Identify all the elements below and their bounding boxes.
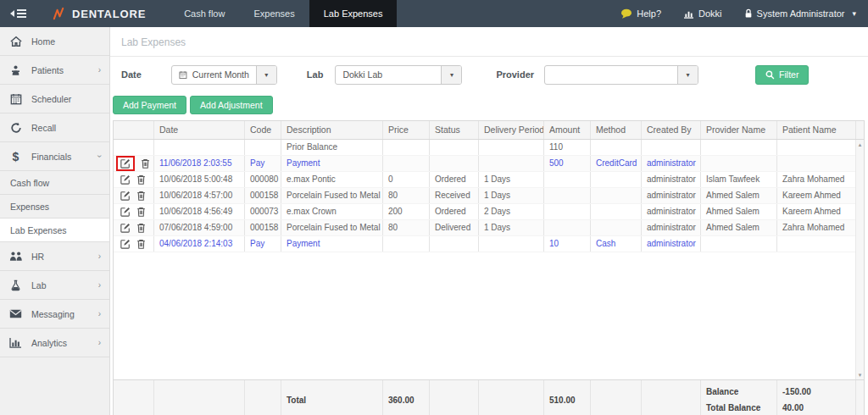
chevron-right-icon: › <box>98 65 101 75</box>
filter-button[interactable]: Filter <box>755 65 809 85</box>
cell-created-by: administrator <box>641 188 700 203</box>
combo-arrow-icon[interactable]: ▾ <box>677 66 698 84</box>
delete-icon[interactable] <box>136 191 146 201</box>
column-header-description[interactable]: Description <box>281 121 382 139</box>
edit-icon[interactable] <box>120 158 131 169</box>
delete-icon[interactable] <box>136 223 146 233</box>
cell-code: Pay <box>244 156 281 171</box>
column-header-method[interactable]: Method <box>590 121 641 139</box>
topbar-right: Help? Dokki System Administrator ▾ <box>598 8 856 19</box>
sidebar: Home Patients › Scheduler Recall $ Finan… <box>0 27 110 415</box>
vertical-scrollbar[interactable]: ▴ ▾ <box>855 140 864 379</box>
cell-created-by: administrator <box>641 220 700 235</box>
cell-date: 10/06/2018 4:56:49 <box>153 204 244 219</box>
combo-arrow-icon[interactable]: ▾ <box>441 66 461 84</box>
sidebar-label: Lab Expenses <box>10 225 67 235</box>
cell-method <box>590 172 641 187</box>
scroll-down-icon[interactable]: ▾ <box>859 372 862 378</box>
delete-icon[interactable] <box>136 207 146 217</box>
cell-patient: Kareem Ahmed <box>776 188 855 203</box>
cell-description: Porcelain Fused to Metal ... <box>281 188 382 203</box>
provider-filter-dropdown[interactable]: ▾ <box>544 65 698 85</box>
column-header-code[interactable]: Code <box>244 121 281 139</box>
cell-method <box>590 204 641 219</box>
cell-method <box>590 140 641 155</box>
sidebar-label: Scheduler <box>31 94 71 104</box>
page-title: Lab Expenses <box>110 27 868 57</box>
cell-date: 11/06/2018 2:03:55 <box>153 156 244 171</box>
sidebar-item-hr[interactable]: HR › <box>0 242 109 271</box>
column-header-provider-name[interactable]: Provider Name <box>700 121 776 139</box>
sidebar-item-home[interactable]: Home <box>0 27 109 56</box>
sidebar-item-financials[interactable]: $ Financials › <box>0 142 109 171</box>
edit-icon[interactable] <box>120 223 131 233</box>
column-header-status[interactable]: Status <box>429 121 478 139</box>
tab-expenses[interactable]: Expenses <box>239 0 309 27</box>
envelope-icon <box>8 309 23 318</box>
date-filter-dropdown[interactable]: Current Month ▾ <box>171 65 277 85</box>
user-menu[interactable]: System Administrator ▾ <box>744 8 856 19</box>
cell-provider: Ahmed Salem <box>700 188 776 203</box>
sidebar-item-messaging[interactable]: Messaging › <box>0 300 109 329</box>
cell-date: 07/06/2018 4:59:00 <box>153 220 244 235</box>
edit-icon[interactable] <box>120 174 131 185</box>
cell-code: 000073 <box>244 204 281 219</box>
column-header-amount[interactable]: Amount <box>543 121 590 139</box>
chevron-right-icon: › <box>98 252 101 261</box>
edit-icon[interactable] <box>120 239 131 249</box>
sidebar-item-expenses[interactable]: Expenses <box>0 195 109 219</box>
column-header-delivery-period[interactable]: Delivery Period <box>478 121 543 139</box>
cell-delivery: 1 Days <box>478 220 543 235</box>
cell-patient <box>776 140 855 155</box>
combo-arrow-icon[interactable]: ▾ <box>256 66 276 84</box>
location-menu[interactable]: Dokki <box>683 8 722 19</box>
cell-provider <box>700 236 776 252</box>
sidebar-item-lab-expenses[interactable]: Lab Expenses <box>0 219 109 242</box>
delete-icon[interactable] <box>136 239 146 249</box>
bar-chart-icon <box>8 337 23 348</box>
edit-icon[interactable] <box>120 207 131 217</box>
sidebar-item-lab[interactable]: Lab › <box>0 271 109 300</box>
sidebar-label: Analytics <box>31 338 67 348</box>
sidebar-item-recall[interactable]: Recall <box>0 113 109 142</box>
cell-patient <box>776 236 855 252</box>
add-payment-button[interactable]: Add Payment <box>113 96 186 114</box>
table-row: Prior Balance 110 <box>114 140 864 156</box>
column-header-patient-name[interactable]: Patient Name <box>776 121 855 139</box>
cell-provider: Ahmed Salem <box>700 204 776 219</box>
brand-name: DENTALORE <box>72 8 146 20</box>
cell-description: Prior Balance <box>281 140 382 155</box>
cell-description: e.max Crown <box>281 204 382 219</box>
help-menu[interactable]: Help? <box>620 8 661 19</box>
add-adjustment-button[interactable]: Add Adjustment <box>190 96 273 114</box>
column-header-created-by[interactable]: Created By <box>641 121 700 139</box>
tab-cash-flow[interactable]: Cash flow <box>170 0 239 27</box>
filter-bar: Date Current Month ▾ Lab Dokki Lab ▾ Pro… <box>110 57 868 92</box>
edit-icon[interactable] <box>120 191 131 201</box>
help-bubble-icon <box>620 8 632 19</box>
balance-label: Balance <box>706 387 771 396</box>
scroll-up-icon[interactable]: ▴ <box>859 141 862 147</box>
tab-lab-expenses[interactable]: Lab Expenses <box>309 0 398 27</box>
column-header-price[interactable]: Price <box>382 121 429 139</box>
cell-code: 000080 <box>244 172 281 187</box>
delete-icon[interactable] <box>136 174 146 185</box>
cell-status <box>429 140 478 155</box>
sidebar-item-patients[interactable]: Patients › <box>0 56 109 85</box>
cell-created-by: administrator <box>641 204 700 219</box>
cell-amount: 110 <box>543 140 590 155</box>
sidebar-item-cash-flow[interactable]: Cash flow <box>0 171 109 195</box>
cell-delivery: 1 Days <box>478 172 543 187</box>
table-row: 07/06/2018 4:59:00 000158 Porcelain Fuse… <box>114 220 864 236</box>
delete-icon[interactable] <box>141 158 150 169</box>
sidebar-label: Financials <box>31 152 71 162</box>
sidebar-item-scheduler[interactable]: Scheduler <box>0 85 109 113</box>
cell-delivery: 1 Days <box>478 188 543 203</box>
calendar-icon <box>179 70 187 80</box>
table-row: 11/06/2018 2:03:55 Pay Payment 500 Credi… <box>114 156 864 172</box>
sidebar-item-analytics[interactable]: Analytics › <box>0 329 109 357</box>
collapse-sidebar-icon[interactable] <box>10 9 26 18</box>
column-header-date[interactable]: Date <box>153 121 244 139</box>
help-label: Help? <box>637 8 661 19</box>
lab-filter-dropdown[interactable]: Dokki Lab ▾ <box>335 65 462 85</box>
